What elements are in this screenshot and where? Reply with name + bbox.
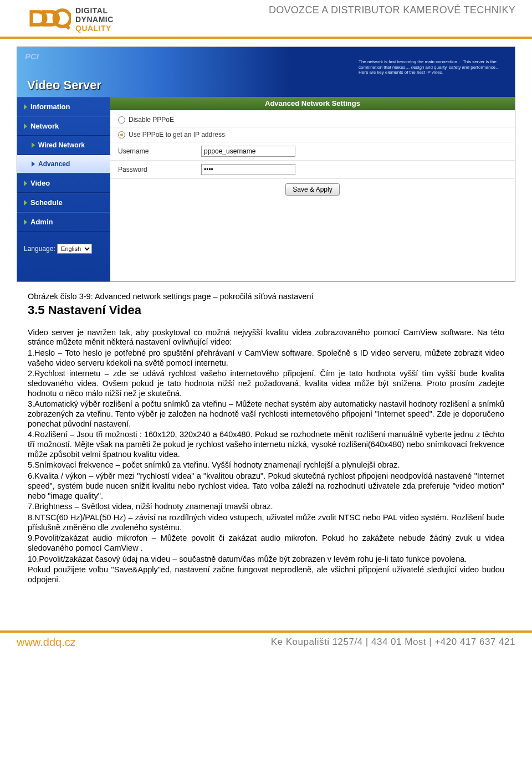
sidebar-item-video[interactable]: Video xyxy=(17,173,110,193)
option-label: Disable PPPoE xyxy=(129,116,174,124)
banner-title: Video Server xyxy=(27,78,101,93)
sidebar-item-label: Schedule xyxy=(30,198,63,207)
paragraph-7: 7.Brightness – Světlost videa, nižší hod… xyxy=(28,502,504,512)
paragraph-8: 8.NTSC(60 Hz)/PAL(50 Hz) – závisí na roz… xyxy=(28,513,504,532)
arrow-icon xyxy=(24,200,27,206)
password-input[interactable] xyxy=(201,164,295,175)
paragraph-11: Pokud použijete volbu "Save&Apply"ed, na… xyxy=(28,565,504,584)
paragraph-2: 2.Rychlost internetu – zde se udává rych… xyxy=(28,369,504,398)
paragraph-10: 10.Povolit/zakázat časový údaj na videu … xyxy=(28,555,504,565)
sidebar-item-label: Admin xyxy=(30,218,53,226)
section-title: Advanced Network Settings xyxy=(110,97,515,110)
screenshot-banner: PCI Video Server The network is fast bec… xyxy=(17,47,515,97)
username-label: Username xyxy=(118,147,201,155)
radio-icon[interactable] xyxy=(118,116,125,124)
content-area: Advanced Network Settings Disable PPPoE … xyxy=(110,97,515,281)
password-label: Password xyxy=(118,166,201,173)
language-select[interactable]: English xyxy=(57,244,92,254)
paragraph-1: 1.Heslo – Toto heslo je potřebné pro spu… xyxy=(28,348,504,368)
paragraph-6: 6.Kvalita / výkon – výběr mezi "rychlost… xyxy=(28,471,504,501)
document-body: Obrázek číslo 3-9: Advanced network sett… xyxy=(0,292,532,630)
paragraph-4: 4.Rozlišení – Jsou tři možnosti : 160x12… xyxy=(28,430,504,459)
sidebar-item-label: Video xyxy=(30,179,50,187)
footer-divider xyxy=(0,630,532,633)
paragraph-5: 5.Snímkovací frekvence – počet snímků za… xyxy=(28,460,504,470)
language-label: Language: xyxy=(24,245,55,253)
logo-text: DIGITAL DYNAMIC QUALITY xyxy=(75,6,114,33)
paragraph-3: 3.Automatický výběr rozlišení a počtu sn… xyxy=(28,399,504,429)
save-apply-button[interactable]: Save & Apply xyxy=(285,183,339,196)
radio-icon[interactable] xyxy=(118,131,125,139)
intro-paragraph: Video server je navržen tak, aby poskyto… xyxy=(28,328,504,347)
option-label: Use PPPoE to get an IP address xyxy=(129,131,225,139)
sidebar-item-label: Wired Network xyxy=(38,141,85,149)
page-footer: www.ddq.cz Ke Koupališti 1257/4 | 434 01… xyxy=(0,630,532,649)
logo-block: DIGITAL DYNAMIC QUALITY xyxy=(28,4,114,34)
language-block: Language: English xyxy=(17,232,110,268)
sidebar-item-label: Advanced xyxy=(38,160,70,168)
sidebar-item-label: Network xyxy=(30,122,59,130)
figure-caption: Obrázek číslo 3-9: Advanced network sett… xyxy=(28,292,504,302)
footer-info: Ke Koupališti 1257/4 | 434 01 Most | +42… xyxy=(271,637,515,648)
sidebar-item-wired-network[interactable]: Wired Network xyxy=(17,136,110,155)
sidebar-item-network[interactable]: Network xyxy=(17,116,110,136)
button-row: Save & Apply xyxy=(110,179,515,200)
form-row-use-pppoe[interactable]: Use PPPoE to get an IP address xyxy=(110,127,515,142)
sidebar-item-admin[interactable]: Admin xyxy=(17,212,110,232)
logo-text-line1: DIGITAL xyxy=(75,6,114,15)
sidebar: Information Network Wired Network Advanc… xyxy=(17,97,110,281)
form-row-disable-pppoe[interactable]: Disable PPPoE xyxy=(110,112,515,127)
form-body: Disable PPPoE Use PPPoE to get an IP add… xyxy=(110,110,515,206)
paragraph-9: 9.Povolit/zakázat audio mikrofon – Můžet… xyxy=(28,534,504,553)
logo-text-line2: DYNAMIC xyxy=(75,15,114,24)
banner-logo: PCI xyxy=(25,52,39,61)
logo-text-line3: QUALITY xyxy=(75,24,114,33)
screenshot-panel: PCI Video Server The network is fast bec… xyxy=(17,47,515,282)
sidebar-item-information[interactable]: Information xyxy=(17,97,110,116)
arrow-icon xyxy=(32,161,35,167)
arrow-icon xyxy=(24,181,27,186)
sidebar-item-label: Information xyxy=(30,102,70,111)
arrow-icon xyxy=(24,219,27,225)
banner-blurb: The network is fast becoming the main co… xyxy=(359,59,503,75)
username-input[interactable] xyxy=(201,146,295,157)
form-row-username: Username xyxy=(110,142,515,161)
sidebar-item-schedule[interactable]: Schedule xyxy=(17,193,110,212)
sidebar-item-advanced[interactable]: Advanced xyxy=(17,155,110,173)
section-heading: 3.5 Nastavení Videa xyxy=(28,303,504,318)
ddq-logo-icon xyxy=(28,4,71,34)
header-tagline: DOVOZCE A DISTRIBUTOR KAMEROVÉ TECHNIKY xyxy=(269,4,515,16)
arrow-icon xyxy=(24,104,27,110)
footer-url: www.ddq.cz xyxy=(17,636,76,649)
form-row-password: Password xyxy=(110,161,515,179)
arrow-icon xyxy=(32,142,35,148)
arrow-icon xyxy=(24,124,27,129)
page-header: DIGITAL DYNAMIC QUALITY DOVOZCE A DISTRI… xyxy=(0,0,532,34)
header-divider xyxy=(0,37,532,39)
